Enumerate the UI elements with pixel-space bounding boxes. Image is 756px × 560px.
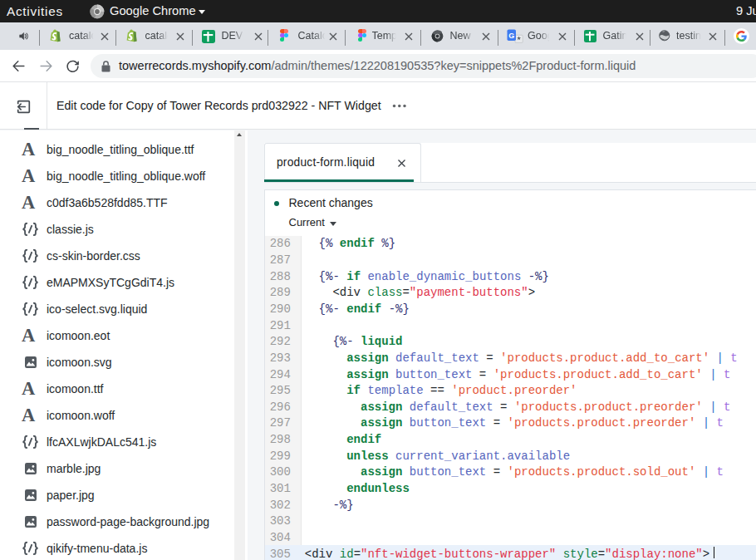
svg-text:G: G [508,32,514,40]
